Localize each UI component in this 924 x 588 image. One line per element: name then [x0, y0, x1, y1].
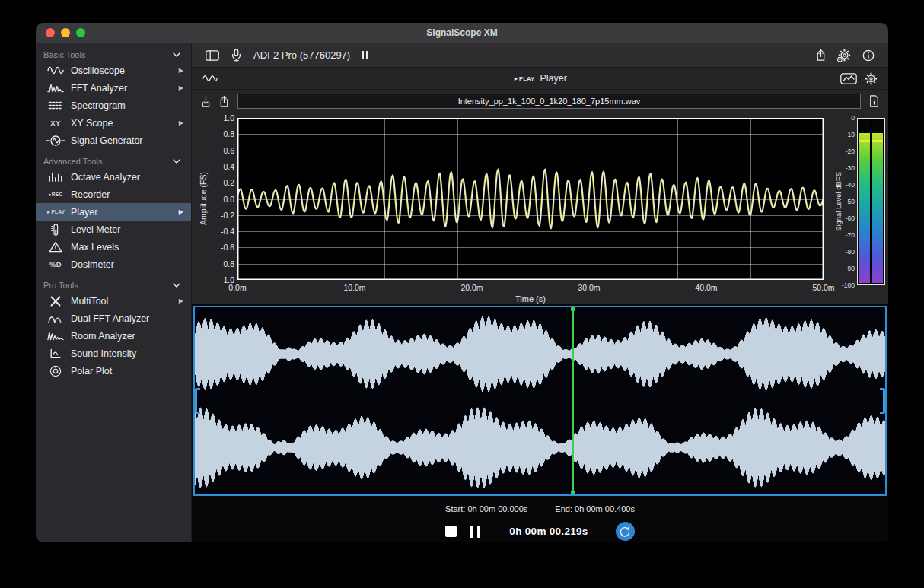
multitool-icon — [45, 295, 66, 307]
sidebar-item-label: FFT Analyzer — [71, 83, 179, 94]
meter-tick-label: -80 — [846, 248, 855, 256]
loop-button[interactable] — [616, 522, 635, 541]
sidebar-item-label: Recorder — [71, 189, 183, 200]
playhead-cursor[interactable] — [572, 307, 574, 494]
amplitude-tick-label: 1.0 — [223, 113, 234, 122]
y-axis-ticks: 1.00.80.60.40.20.0-0.2-0.4-0.6-0.8-1.0 — [212, 118, 234, 280]
sidebar-item-label: Max Levels — [71, 242, 183, 253]
fft-icon — [45, 83, 66, 93]
player-header: ►PLAY Player — [192, 68, 888, 90]
sidebar-item-room-analyzer[interactable]: Room Analyzer — [36, 327, 191, 345]
amplitude-tick-label: 0.8 — [223, 129, 234, 138]
meter-tick-label: -10 — [846, 131, 855, 138]
sidebar-item-label: Dual FFT Analyzer — [71, 313, 183, 324]
signal-generator-icon — [45, 135, 66, 146]
loop-icon — [619, 526, 631, 538]
meter-tick-label: -20 — [846, 148, 855, 155]
waveform-overview[interactable] — [193, 306, 887, 496]
filename-field[interactable]: Intensity_pp_1k_100_0_1k20_180_7p15mm.wa… — [237, 94, 861, 109]
sidebar-item-max-levels[interactable]: Max Levels — [36, 238, 191, 256]
app-window: SignalScope XM Basic Tools Oscilloscope … — [36, 23, 888, 542]
scope-plot-canvas — [237, 118, 824, 280]
waveform-button[interactable] — [202, 74, 218, 83]
selection-handle-left[interactable] — [195, 388, 200, 414]
sidebar-item-player[interactable]: ►PLAY Player ▶ — [36, 203, 191, 221]
minimize-button[interactable] — [61, 28, 70, 37]
window-controls — [46, 28, 85, 37]
meter-tick-label: -70 — [846, 231, 855, 239]
transport-controls: 0h 00m 00.219s — [192, 522, 888, 541]
amplitude-tick-label: -0.2 — [221, 211, 234, 220]
signal-level-meter — [857, 118, 885, 285]
sidebar-item-signal-generator[interactable]: Signal Generator — [36, 132, 191, 149]
tools-sidebar: Basic Tools Oscilloscope ▶ FFT Analyzer … — [36, 43, 192, 542]
record-icon: ●REC — [45, 192, 66, 197]
export-button[interactable] — [219, 95, 229, 108]
sidebar-item-spectrogram[interactable]: Spectrogram — [36, 97, 191, 114]
room-analyzer-icon — [45, 331, 66, 341]
meter-ticks: 0-10-20-30-40-50-60-70-80-90-100 — [836, 118, 855, 285]
stop-button[interactable] — [445, 526, 457, 537]
sidebar-item-multitool[interactable]: MultiTool ▶ — [36, 292, 191, 310]
meter-tick-label: -90 — [846, 265, 855, 272]
sidebar-item-octave-analyzer[interactable]: Octave Analyzer — [36, 168, 191, 186]
sidebar-item-label: Sound Intensity — [71, 348, 183, 359]
sidebar-item-polar-plot[interactable]: Polar Plot — [36, 362, 191, 380]
time-tick-label: 20.0m — [460, 283, 483, 292]
microphone-icon[interactable] — [231, 49, 242, 62]
sound-intensity-icon — [45, 348, 66, 359]
info-button[interactable] — [862, 49, 875, 62]
settings-badge-button[interactable] — [837, 49, 851, 62]
window-title: SignalScope XM — [36, 27, 888, 38]
overview-canvas — [195, 307, 885, 494]
section-header-basic-tools[interactable]: Basic Tools — [36, 47, 191, 62]
section-header-advanced-tools[interactable]: Advanced Tools — [36, 154, 191, 168]
gear-button[interactable] — [865, 72, 878, 85]
sidebar-item-label: Spectrogram — [71, 100, 183, 111]
close-button[interactable] — [46, 28, 55, 37]
zoom-button[interactable] — [76, 28, 85, 37]
meter-bar-left — [859, 120, 870, 283]
main-toolbar: ADI-2 Pro (57760297) — [192, 43, 888, 68]
pause-button[interactable] — [470, 526, 480, 538]
amplitude-tick-label: -0.4 — [221, 227, 234, 236]
sidebar-item-dosimeter[interactable]: %D Dosimeter — [36, 256, 191, 273]
selection-handle-right[interactable] — [880, 388, 885, 414]
meter-tick-label: -100 — [842, 281, 855, 289]
sidebar-item-label: XY Scope — [71, 118, 179, 129]
octave-analyzer-icon — [45, 172, 66, 182]
meter-peak-indicator — [872, 140, 883, 142]
x-axis-ticks: 0.0m10.0m20.0m30.0m40.0m50.0m — [237, 283, 824, 293]
meter-tick-label: -50 — [846, 198, 855, 205]
meter-tick-label: -30 — [846, 164, 855, 172]
submenu-arrow-icon: ▶ — [179, 67, 183, 74]
sidebar-toggle-button[interactable] — [206, 50, 219, 61]
import-button[interactable] — [201, 95, 211, 108]
sidebar-item-recorder[interactable]: ●REC Recorder — [36, 186, 191, 203]
sidebar-item-label: Level Meter — [71, 224, 183, 235]
sidebar-item-level-meter[interactable]: Level Meter — [36, 221, 191, 238]
sidebar-item-dual-fft-analyzer[interactable]: Dual FFT Analyzer — [36, 310, 191, 327]
title-bar[interactable]: SignalScope XM — [36, 23, 888, 43]
play-mode-badge: ►PLAY — [513, 75, 534, 82]
sidebar-item-label: Polar Plot — [71, 366, 183, 377]
sidebar-item-xy-scope[interactable]: XY XY Scope ▶ — [36, 114, 191, 132]
oscilloscope-icon — [45, 65, 66, 75]
sidebar-item-sound-intensity[interactable]: Sound Intensity — [36, 345, 191, 362]
sidebar-item-fft-analyzer[interactable]: FFT Analyzer ▶ — [36, 79, 191, 97]
device-pause-button[interactable] — [362, 51, 368, 59]
submenu-arrow-icon: ▶ — [179, 119, 183, 126]
file-row: Intensity_pp_1k_100_0_1k20_180_7p15mm.wa… — [192, 90, 888, 113]
chevron-down-icon — [173, 159, 180, 164]
sidebar-item-oscilloscope[interactable]: Oscilloscope ▶ — [36, 62, 191, 79]
chevron-down-icon — [173, 52, 180, 57]
chart-toggle-button[interactable] — [840, 73, 857, 84]
polar-plot-icon — [45, 365, 66, 377]
file-info-button[interactable] — [869, 95, 879, 107]
amplitude-tick-label: 0.4 — [223, 162, 234, 171]
meter-tick-label: 0 — [851, 114, 855, 122]
section-header-pro-tools[interactable]: Pro Tools — [36, 278, 191, 292]
device-label[interactable]: ADI-2 Pro (57760297) — [253, 49, 350, 61]
meter-bar-right — [872, 120, 883, 283]
share-button[interactable] — [816, 49, 826, 62]
